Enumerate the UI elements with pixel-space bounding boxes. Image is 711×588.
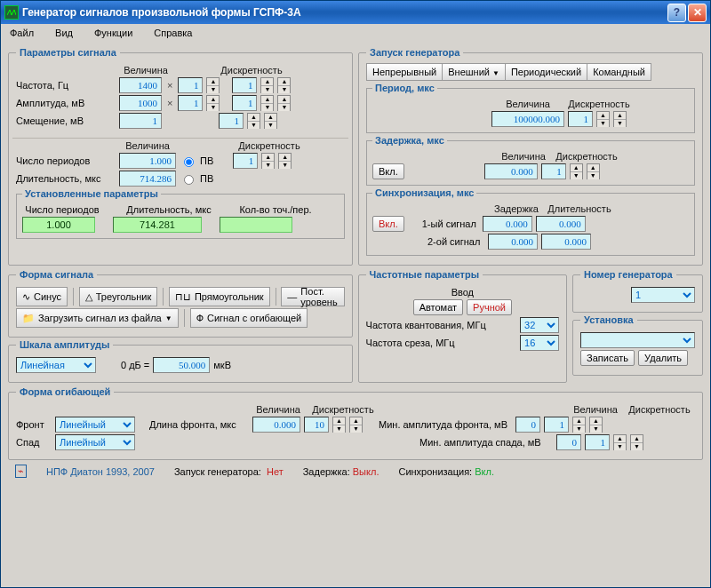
- dur-pv-radio[interactable]: [184, 175, 194, 185]
- front-disc-stepper[interactable]: ▲▼: [332, 417, 346, 433]
- min-front-value[interactable]: [515, 417, 540, 433]
- min-decay-value[interactable]: [556, 434, 581, 450]
- freq-mult-stepper[interactable]: ▲▼: [206, 77, 220, 93]
- min-front-disc[interactable]: [544, 417, 569, 433]
- dur-value[interactable]: [119, 171, 176, 187]
- install-combo[interactable]: [580, 332, 695, 348]
- front-label: Фронт: [16, 419, 52, 430]
- set-ppp: [220, 217, 292, 233]
- load-signal-button[interactable]: 📁Загрузить сигнал из файла▼: [16, 308, 179, 328]
- freqpar-auto-button[interactable]: Автомат: [413, 299, 463, 315]
- nper-value[interactable]: [119, 153, 176, 169]
- nper-stepper[interactable]: ▲▼: [278, 153, 292, 169]
- front-type-combo[interactable]: Линейный: [55, 417, 135, 433]
- sync-s1-delay[interactable]: [483, 216, 532, 232]
- offset-disc[interactable]: [219, 113, 244, 129]
- close-button[interactable]: ✕: [688, 4, 707, 22]
- amp-stepper[interactable]: ▲▼: [277, 95, 291, 111]
- freq-value[interactable]: [119, 77, 162, 93]
- gennum-combo[interactable]: 1: [631, 287, 695, 303]
- tab-continuous[interactable]: Непрерывный: [366, 63, 443, 81]
- fq-combo[interactable]: 32: [520, 317, 559, 333]
- shape-dc-button[interactable]: —Пост. уровень: [281, 287, 344, 306]
- col-value: Величина: [119, 65, 172, 75]
- shape-sine-button[interactable]: ∿Синус: [16, 287, 68, 306]
- period-disc[interactable]: [568, 111, 593, 127]
- freq-stepper[interactable]: ▲▼: [277, 77, 291, 93]
- tab-command[interactable]: Командный: [587, 63, 651, 81]
- wave-icon: ⌁: [15, 465, 27, 478]
- delay-disc-stepper[interactable]: ▲▼: [570, 163, 583, 179]
- offset-value[interactable]: [119, 113, 162, 129]
- front-len[interactable]: [252, 417, 300, 433]
- shape-title: Форма сигнала: [16, 269, 97, 280]
- sync-s2-delay[interactable]: [488, 234, 538, 250]
- envelope-button[interactable]: ФСигнал с огибающей: [190, 308, 308, 328]
- gen-tabs: Непрерывный Внешний ▼ Периодический Кома…: [366, 63, 695, 81]
- freqpar-input-label: Ввод: [451, 287, 474, 298]
- ampscale-unit: мкВ: [213, 360, 231, 370]
- period-value[interactable]: [491, 111, 564, 127]
- menu-view[interactable]: Вид: [52, 26, 76, 40]
- min-decay-label: Мин. амплитуда спада, мВ: [419, 437, 553, 448]
- front-disc[interactable]: [304, 417, 329, 433]
- amp-label: Амплитуда, мВ: [16, 98, 116, 108]
- freqpar-manual-button[interactable]: Ручной: [467, 299, 512, 315]
- min-decay-stepper[interactable]: ▲▼: [630, 434, 643, 450]
- menu-file[interactable]: Файл: [6, 26, 37, 40]
- ampscale-type[interactable]: Линейная: [16, 357, 96, 373]
- gen-status: Нет: [267, 466, 284, 477]
- period-disc-stepper[interactable]: ▲▼: [596, 111, 610, 127]
- nper-pv-radio[interactable]: [184, 157, 194, 167]
- ampscale-value[interactable]: [153, 357, 210, 373]
- install-delete-button[interactable]: Удалить: [638, 350, 688, 366]
- generator-start-group: Запуск генератора Непрерывный Внешний ▼ …: [358, 47, 703, 266]
- amp-mult-stepper[interactable]: ▲▼: [206, 95, 220, 111]
- delay-disc[interactable]: [541, 163, 566, 179]
- menu-funcs[interactable]: Функции: [91, 26, 136, 40]
- tab-external[interactable]: Внешний ▼: [443, 63, 506, 81]
- shape-rect-button[interactable]: ⊓⊔Прямоугольник: [169, 287, 270, 306]
- front-stepper[interactable]: ▲▼: [349, 417, 363, 433]
- help-button[interactable]: ?: [667, 4, 686, 22]
- tab-periodic[interactable]: Периодический: [506, 63, 587, 81]
- decay-type-combo[interactable]: Линейный: [55, 434, 135, 450]
- offset-disc-stepper[interactable]: ▲▼: [247, 113, 260, 129]
- menu-help[interactable]: Справка: [150, 26, 196, 40]
- freq-mult[interactable]: [178, 77, 203, 93]
- delay-enable-button[interactable]: Вкл.: [372, 163, 404, 179]
- sync-s1-dur[interactable]: [536, 216, 586, 232]
- period-stepper[interactable]: ▲▼: [613, 111, 627, 127]
- fc-combo[interactable]: 16: [520, 335, 559, 351]
- delay-stepper[interactable]: ▲▼: [587, 163, 600, 179]
- amp-disc-stepper[interactable]: ▲▼: [260, 95, 274, 111]
- amp-disc[interactable]: [232, 95, 257, 111]
- freq-disc-stepper[interactable]: ▲▼: [260, 77, 274, 93]
- nper-disc[interactable]: [233, 153, 258, 169]
- sync-s2-dur[interactable]: [541, 234, 591, 250]
- min-decay-disc-stepper[interactable]: ▲▼: [613, 434, 627, 450]
- amp-mult[interactable]: [178, 95, 203, 111]
- min-front-disc-stepper[interactable]: ▲▼: [572, 417, 586, 433]
- square-icon: ⊓⊔: [175, 291, 191, 303]
- set-ppp-label: Кол-во точ./пер.: [236, 204, 316, 215]
- freqpar-group: Частотные параметры Ввод Автомат Ручной …: [358, 269, 567, 383]
- min-decay-disc[interactable]: [585, 434, 610, 450]
- install-write-button[interactable]: Записать: [580, 350, 635, 366]
- offset-stepper[interactable]: ▲▼: [264, 113, 277, 129]
- dur-label: Длительность, мкс: [16, 173, 116, 184]
- nper-pv-label: ПВ: [200, 155, 213, 166]
- nper-label: Число периодов: [16, 155, 116, 166]
- set-nper: 1.000: [22, 217, 95, 233]
- min-front-stepper[interactable]: ▲▼: [589, 417, 603, 433]
- sync-enable-button[interactable]: Вкл.: [372, 216, 404, 232]
- envshape-title: Форма огибающей: [16, 386, 114, 397]
- delay-value[interactable]: [484, 163, 538, 179]
- set-dur: 714.281: [113, 217, 202, 233]
- front-len-label: Длина фронта, мкс: [149, 419, 249, 430]
- nper-disc-stepper[interactable]: ▲▼: [261, 153, 275, 169]
- amp-value[interactable]: [119, 95, 162, 111]
- freq-disc[interactable]: [232, 77, 257, 93]
- freqpar-title: Частотные параметры: [366, 269, 483, 280]
- shape-triangle-button[interactable]: △Треугольник: [79, 287, 158, 306]
